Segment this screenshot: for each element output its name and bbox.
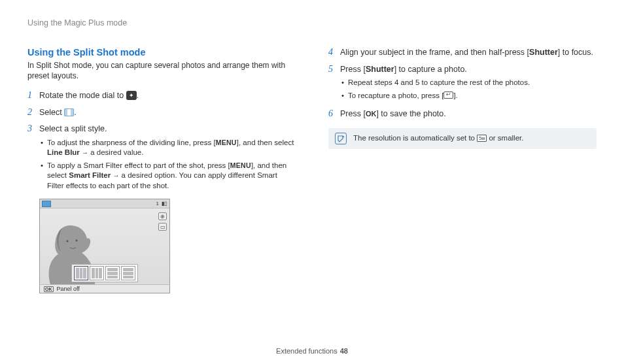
aspect-icon: ▭: [158, 223, 167, 231]
globe-icon: ⊕: [158, 212, 167, 220]
svg-point-1: [76, 240, 78, 242]
section-intro: In Split Shot mode, you can capture seve…: [27, 60, 296, 81]
step-text: Rotate the mode dial to: [39, 91, 126, 100]
step-text: Select a split style.: [39, 124, 107, 133]
step-3: 3 Select a split style. To adjust the sh…: [27, 124, 296, 193]
camera-screen-mockup: 1 ▮▯ ⊕ ▭: [39, 199, 170, 293]
section-title: Using the Split Shot mode: [27, 47, 296, 58]
step-text: Align your subject in the frame, and the…: [340, 48, 529, 57]
step-number: 6: [328, 108, 340, 120]
bullet-text: To apply a Smart Filter effect to part o…: [47, 161, 230, 169]
page-footer: Extended functions48: [0, 347, 624, 355]
smart-filter-label: Smart Filter: [69, 171, 111, 179]
svg-point-0: [67, 240, 69, 242]
step-text-suffix: .: [137, 91, 139, 100]
note-text-pre: The resolution is automatically set to: [353, 134, 477, 142]
layout-3row-button[interactable]: [105, 266, 120, 280]
ok-icon: OK: [44, 286, 54, 292]
step-5: 5 Press [Shutter] to capture a photo. Re…: [328, 64, 597, 104]
step-3-bullet-2: To apply a Smart Filter effect to part o…: [39, 161, 296, 191]
step-text: ] to focus.: [558, 48, 593, 57]
split-shot-icon: [64, 108, 74, 116]
right-column: 4 Align your subject in the frame, and t…: [328, 47, 597, 293]
resolution-icon: 5м: [477, 135, 487, 142]
layout-3row-alt-button[interactable]: [121, 266, 135, 280]
mockup-top-bar: 1 ▮▯: [40, 199, 169, 208]
step-number: 4: [328, 47, 340, 59]
mockup-shot-count: 1: [156, 201, 159, 207]
step-number: 3: [27, 124, 39, 193]
menu-button-label: MENU: [216, 139, 237, 146]
step-number: 2: [27, 107, 39, 119]
mockup-mode-indicator-icon: [42, 201, 51, 207]
layout-3col-button[interactable]: [74, 266, 88, 280]
step-text: Press [: [340, 109, 366, 118]
bullet-text: To recapture a photo, press [: [348, 91, 443, 99]
step-1: 1 Rotate the mode dial to ✦.: [27, 90, 296, 102]
step-text-suffix: .: [74, 108, 76, 117]
layout-3col-alt-button[interactable]: [90, 266, 104, 280]
step-5-bullet-2: To recapture a photo, press [↩].: [340, 91, 597, 101]
step-4: 4 Align your subject in the frame, and t…: [328, 47, 597, 59]
return-icon: ↩: [443, 91, 453, 99]
note-box: The resolution is automatically set to 5…: [328, 128, 597, 149]
ok-button-label: OK: [366, 110, 377, 118]
step-text: ] to save the photo.: [376, 109, 445, 118]
bullet-text: a desired value.: [88, 148, 143, 156]
step-text: Press [: [340, 65, 366, 74]
panel-off-label: Panel off: [57, 286, 80, 292]
shutter-label: Shutter: [366, 65, 394, 74]
bullet-text: ].: [453, 91, 457, 99]
page-header: Using the Magic Plus mode: [27, 18, 597, 27]
line-blur-label: Line Blur: [47, 148, 80, 156]
footer-label: Extended functions: [276, 347, 338, 355]
step-number: 5: [328, 64, 340, 104]
step-6: 6 Press [OK] to save the photo.: [328, 108, 597, 120]
mockup-bottom-bar: OK Panel off: [40, 284, 169, 293]
bullet-text: To adjust the sharpness of the dividing …: [47, 139, 216, 146]
menu-button-label: MENU: [230, 161, 251, 169]
mockup-side-icons: ⊕ ▭: [158, 212, 167, 231]
left-column: Using the Split Shot mode In Split Shot …: [27, 47, 296, 293]
note-text-post: or smaller.: [487, 134, 523, 142]
battery-icon: ▮▯: [162, 201, 167, 207]
note-icon: [335, 133, 347, 144]
arrow-icon: →: [113, 172, 119, 179]
bullet-text: ], and then select: [237, 139, 294, 146]
step-5-bullet-1: Repeat steps 4 and 5 to capture the rest…: [340, 78, 597, 88]
arrow-icon: →: [82, 149, 88, 156]
page-number: 48: [340, 347, 348, 355]
layout-toolbar: [71, 264, 138, 282]
step-number: 1: [27, 90, 39, 102]
step-text: Select: [39, 108, 64, 117]
step-2: 2 Select .: [27, 107, 296, 119]
step-3-bullet-1: To adjust the sharpness of the dividing …: [39, 138, 296, 158]
step-text: ] to capture a photo.: [394, 65, 467, 74]
shutter-label: Shutter: [529, 48, 558, 57]
mode-dial-icon: ✦: [126, 91, 137, 100]
